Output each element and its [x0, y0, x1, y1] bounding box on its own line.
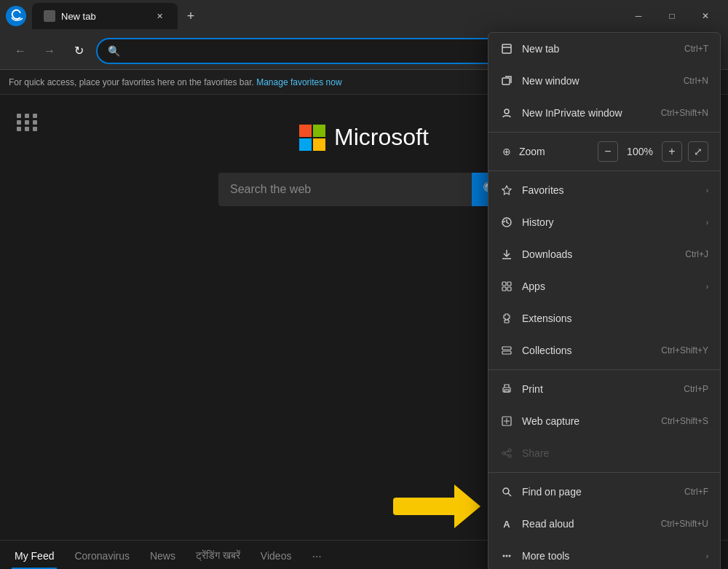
apps-grid-icon — [17, 114, 39, 131]
tab-title: New tab — [61, 11, 147, 22]
menu-shortcut-new-window: Ctrl+N — [684, 76, 708, 86]
menu-label-extensions: Extensions — [522, 313, 708, 324]
svg-rect-4 — [502, 78, 510, 85]
svg-marker-6 — [502, 186, 511, 195]
new-window-menu-icon — [500, 74, 513, 87]
moretools-arrow-icon: › — [706, 552, 708, 560]
zoom-expand-button[interactable]: ⤢ — [688, 141, 708, 162]
menu-label-new-window: New window — [522, 75, 675, 87]
active-tab[interactable]: New tab ✕ — [32, 3, 178, 29]
search-container[interactable]: 🔍 — [218, 173, 510, 206]
ms-logo-red — [299, 125, 312, 137]
close-button[interactable]: ✕ — [689, 0, 722, 32]
back-button[interactable]: ← — [9, 39, 32, 63]
maximize-button[interactable]: □ — [655, 0, 689, 32]
menu-label-history: History — [522, 216, 697, 228]
menu-label-downloads: Downloads — [522, 248, 676, 260]
menu-item-print[interactable]: Print Ctrl+P — [488, 373, 720, 405]
menu-shortcut-downloads: Ctrl+J — [685, 249, 708, 259]
window-controls: ─ □ ✕ — [622, 0, 722, 32]
menu-item-webcapture[interactable]: Web capture Ctrl+Shift+S — [488, 405, 720, 437]
tab-coronavirus[interactable]: Coronavirus — [71, 544, 132, 569]
manage-favorites-link[interactable]: Manage favorites now — [256, 77, 341, 87]
svg-point-24 — [502, 452, 505, 455]
svg-rect-2 — [502, 44, 511, 53]
menu-item-inprivate[interactable]: New InPrivate window Ctrl+Shift+N — [488, 97, 720, 129]
favorites-bar-text: For quick access, place your favorites h… — [9, 77, 254, 87]
zoom-value: 100% — [624, 146, 656, 157]
new-tab-button[interactable]: + — [181, 6, 201, 26]
svg-point-22 — [508, 449, 511, 452]
zoom-decrease-button[interactable]: − — [598, 141, 618, 162]
tab-trending[interactable]: ट्रेंडिंग खबरें — [193, 544, 243, 569]
extensions-menu-icon — [500, 312, 513, 325]
tab-close-button[interactable]: ✕ — [153, 9, 166, 23]
menu-shortcut-print: Ctrl+P — [684, 384, 708, 394]
zoom-icon: ⊕ — [500, 145, 513, 158]
menu-label-webcapture: Web capture — [522, 415, 652, 427]
menu-shortcut-new-tab: Ctrl+T — [684, 44, 708, 54]
dropdown-menu: New tab Ctrl+T New window Ctrl+N New InP… — [488, 32, 721, 569]
menu-item-downloads[interactable]: Downloads Ctrl+J — [488, 238, 720, 270]
zoom-increase-button[interactable]: + — [662, 141, 682, 162]
tab-area: New tab ✕ + — [6, 0, 622, 32]
menu-divider-1 — [488, 132, 720, 133]
tab-more-button[interactable]: ··· — [309, 544, 324, 569]
menu-divider-2 — [488, 170, 720, 171]
menu-label-apps: Apps — [522, 280, 697, 292]
menu-divider-3 — [488, 369, 720, 370]
title-bar: New tab ✕ + ─ □ ✕ — [0, 0, 728, 32]
svg-line-28 — [508, 493, 511, 496]
svg-rect-14 — [505, 320, 509, 323]
tab-news[interactable]: News — [147, 544, 178, 569]
svg-rect-16 — [502, 351, 511, 354]
menu-item-share: Share — [488, 437, 720, 469]
svg-point-23 — [508, 455, 511, 458]
svg-rect-11 — [507, 282, 511, 286]
ms-logo-yellow — [313, 138, 325, 151]
forward-button[interactable]: → — [38, 39, 61, 63]
moretools-menu-icon — [500, 549, 513, 562]
menu-shortcut-webcapture: Ctrl+Shift+S — [661, 416, 708, 426]
zoom-label: Zoom — [519, 146, 592, 157]
menu-item-favorites[interactable]: Favorites › — [488, 174, 720, 206]
minimize-button[interactable]: ─ — [622, 0, 655, 32]
search-icon: 🔍 — [108, 45, 120, 57]
favorites-menu-icon — [500, 184, 513, 197]
svg-rect-18 — [505, 390, 509, 392]
menu-item-history[interactable]: History › — [488, 206, 720, 238]
search-input[interactable] — [218, 173, 472, 206]
svg-point-0 — [6, 6, 26, 26]
yellow-arrow — [393, 484, 480, 528]
tab-favicon — [44, 10, 55, 22]
svg-rect-15 — [502, 347, 511, 350]
menu-label-findonpage: Find on page — [522, 486, 676, 498]
menu-shortcut-findonpage: Ctrl+F — [684, 487, 708, 497]
menu-divider-4 — [488, 472, 720, 473]
apps-grid-button[interactable] — [15, 109, 41, 136]
svg-point-29 — [503, 555, 505, 557]
history-menu-icon — [500, 216, 513, 229]
microsoft-text: Microsoft — [334, 124, 429, 151]
tab-videos[interactable]: Videos — [258, 544, 295, 569]
findonpage-menu-icon — [500, 485, 513, 498]
menu-item-apps[interactable]: Apps › — [488, 270, 720, 302]
svg-point-31 — [509, 555, 511, 557]
svg-point-27 — [503, 488, 509, 494]
menu-item-collections[interactable]: Collections Ctrl+Shift+Y — [488, 334, 720, 366]
inprivate-menu-icon — [500, 106, 513, 119]
menu-item-new-tab[interactable]: New tab Ctrl+T — [488, 33, 720, 65]
microsoft-logo — [299, 125, 325, 151]
tab-myfeed[interactable]: My Feed — [12, 544, 57, 569]
menu-item-extensions[interactable]: Extensions — [488, 302, 720, 334]
refresh-button[interactable]: ↻ — [67, 39, 90, 63]
menu-label-print: Print — [522, 383, 675, 395]
menu-item-new-window[interactable]: New window Ctrl+N — [488, 65, 720, 97]
menu-item-moretools[interactable]: More tools › — [488, 540, 720, 569]
menu-item-readaloud[interactable]: A Read aloud Ctrl+Shift+U — [488, 508, 720, 540]
svg-rect-10 — [502, 282, 506, 286]
menu-label-new-tab: New tab — [522, 43, 676, 55]
webcapture-menu-icon — [500, 415, 513, 428]
svg-rect-12 — [502, 287, 506, 291]
menu-item-findonpage[interactable]: Find on page Ctrl+F — [488, 476, 720, 508]
